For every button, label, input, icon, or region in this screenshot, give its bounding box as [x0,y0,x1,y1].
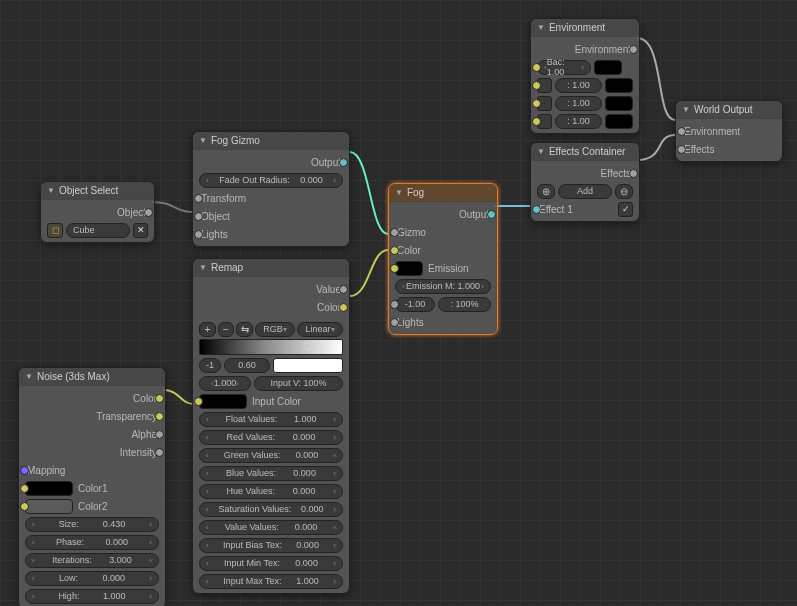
input-label: Effect 1 [537,204,615,215]
param-field[interactable]: ‹Input Max Tex:1.000› [199,574,343,589]
input-label: Lights [199,229,343,240]
param-field[interactable]: ‹Float Values:1.000› [199,412,343,427]
collapse-icon[interactable]: ▼ [682,105,690,114]
bac-swatch[interactable] [594,60,622,75]
output-label: Alpha [25,429,159,440]
object-field[interactable]: Cube [66,223,130,238]
node-title: Environment [549,22,605,33]
add-effect-button[interactable]: Add [558,184,612,199]
marker-pos-field[interactable]: 0.60 [224,358,270,373]
input-label: Color1 [76,483,159,494]
node-world-output[interactable]: ▼World Output Environment Effects [675,100,783,162]
remove-stop-button[interactable]: − [218,322,235,337]
output-label: Value [199,284,343,295]
collapse-icon[interactable]: ▼ [25,372,33,381]
value-field[interactable]: : 1.00 [555,78,602,93]
output-label: Environment [537,44,633,55]
collapse-icon[interactable]: ▼ [199,263,207,272]
param-field[interactable]: ‹Hue Values:0.000› [199,484,343,499]
cube-icon[interactable]: ◻ [47,223,63,238]
mode-rgb-button[interactable]: RGB▾ [255,322,295,337]
input-label: Environment [682,126,776,137]
node-fog-gizmo[interactable]: ▼Fog Gizmo Output ‹Fade Out Radius:0.000… [192,131,350,247]
input-label: Gizmo [395,227,491,238]
param-field[interactable]: ‹Blue Values:0.000› [199,466,343,481]
param-field[interactable]: ‹Low:0.000› [25,571,159,586]
node-title: Effects Container [549,146,626,157]
input-label: Effects [682,144,776,155]
color-swatch-white[interactable] [273,358,343,373]
marker-index-field[interactable]: -1 [199,358,221,373]
output-label: Output [395,209,491,220]
input-label: Input Color [250,396,343,407]
emission-m-field[interactable]: ‹Emission M: 1.000› [395,279,491,294]
output-label: Effects [537,168,633,179]
node-environment[interactable]: ▼Environment Environment ‹Bac: 1.00› : 1… [530,18,640,134]
node-title: Remap [211,262,243,273]
input-label: Mapping [25,465,159,476]
gradient-editor[interactable] [199,339,343,355]
input-label: Color2 [76,501,159,512]
input-color-swatch[interactable] [199,394,247,409]
node-title: Noise (3ds Max) [37,371,110,382]
input-label: Lights [395,317,491,328]
bac-field[interactable]: ‹Bac: 1.00› [537,60,591,75]
output-label: Intensity [25,447,159,458]
color-swatch[interactable] [605,96,633,111]
collapse-icon[interactable]: ▼ [47,186,55,195]
input-label: Color [395,245,491,256]
node-object-select[interactable]: ▼Object Select Object ◻ Cube ✕ [40,181,155,243]
mode-linear-button[interactable]: Linear▾ [297,322,343,337]
node-fog[interactable]: ▼Fog Output Gizmo Color Emission ‹Emissi… [388,183,498,335]
node-remap[interactable]: ▼Remap Value Color + − ⇆ RGB▾ Linear▾ -1… [192,258,350,594]
collapse-icon[interactable]: ▼ [537,147,545,156]
node-title: Object Select [59,185,118,196]
value-field[interactable]: : 1.00 [555,96,602,111]
param-field[interactable]: ‹Input Bias Tex:0.000› [199,538,343,553]
collapse-icon[interactable]: ▼ [537,23,545,32]
flip-button[interactable]: ⇆ [236,322,253,337]
node-title: Fog [407,187,424,198]
param-field[interactable]: ‹Value Values:0.000› [199,520,343,535]
color-swatch[interactable] [605,78,633,93]
param-field[interactable]: ‹Saturation Values:0.000› [199,502,343,517]
param-field[interactable]: ‹Green Values:0.000› [199,448,343,463]
param-field[interactable]: ‹Size:0.430› [25,517,159,532]
input-v-field[interactable]: Input V: 100% [254,376,343,391]
fade-radius-field[interactable]: ‹Fade Out Radius:0.000› [199,173,343,188]
output-label: Color [25,393,159,404]
collapse-icon[interactable]: ▼ [199,136,207,145]
input-label: Object [199,211,343,222]
param-field[interactable]: ‹Red Values:0.000› [199,430,343,445]
height-pct-field[interactable]: : 100% [438,297,491,312]
input-label: Transform [199,193,343,204]
color1-swatch[interactable] [25,481,73,496]
emission-swatch[interactable] [395,261,423,276]
param-field[interactable]: ‹Iterations:3.000› [25,553,159,568]
clear-button[interactable]: ✕ [133,223,148,238]
collapse-icon[interactable]: ▼ [395,188,403,197]
node-noise[interactable]: ▼Noise (3ds Max) Color Transparency Alph… [18,367,166,606]
param-field[interactable]: ‹Phase:0.000› [25,535,159,550]
value-field[interactable]: : 1.00 [555,114,602,129]
mul-field[interactable]: ‹1.000› [199,376,251,391]
param-field[interactable]: ‹High:1.000› [25,589,159,604]
input-label: Emission [426,263,491,274]
color2-swatch[interactable] [25,499,73,514]
node-title: Fog Gizmo [211,135,260,146]
output-label: Output [199,157,343,168]
add-stop-button[interactable]: + [199,322,216,337]
effect-enabled-checkbox[interactable]: ✓ [618,202,633,217]
effect-remove-icon[interactable]: ⊖ [615,184,633,199]
output-label: Color [199,302,343,313]
node-effects-container[interactable]: ▼Effects Container Effects ⊕ Add ⊖ Effec… [530,142,640,222]
color-swatch[interactable] [605,114,633,129]
node-title: World Output [694,104,753,115]
output-label: Transparency [25,411,159,422]
height-val-field[interactable]: -1.00 [395,297,435,312]
effect-add-icon[interactable]: ⊕ [537,184,555,199]
output-label: Object [47,207,148,218]
param-field[interactable]: ‹Input Min Tex:0.000› [199,556,343,571]
